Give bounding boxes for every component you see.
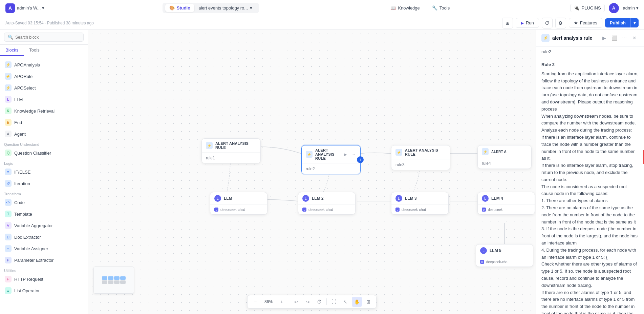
llm2-model-icon: D [302,208,306,212]
llm5-header: L LLM 5 [476,244,533,257]
preview-button[interactable]: ⊞ [502,18,513,28]
panel-expand-btn[interactable]: ⬜ [610,34,618,42]
pointer-button[interactable]: ↖ [340,297,350,307]
code-icon: </> [5,199,12,206]
sidebar-item-doc-extractor[interactable]: D Doc Extractor [0,231,88,243]
history-button[interactable]: ⏱ [314,297,324,307]
parameter-extractor-icon: P [5,257,12,263]
http-request-label: HTTP Request [14,277,43,282]
llm4-body: D deepseek- [478,205,535,214]
sidebar-item-end[interactable]: E End [0,117,88,128]
sidebar-item-llm[interactable]: L LLM [0,94,88,105]
select-button[interactable]: ⊞ [363,297,373,307]
features-button[interactable]: ★ Features [569,18,602,28]
zoom-out-button[interactable]: − [250,297,260,307]
sidebar-item-question-classifier[interactable]: Q Question Classifier [0,147,88,159]
agent-label: Agent [14,132,26,137]
sidebar-item-variable-aggregator[interactable]: V Variable Aggregator [0,220,88,231]
workflow-name[interactable]: alert events topology ro... ▾ [194,4,256,12]
plugins-label: PLUGINS [581,5,601,11]
undo-button[interactable]: ↩ [291,297,301,307]
node-rule2-body: rule2 [302,163,360,174]
rule1-icon: ⚡ [206,142,213,149]
node-llm2[interactable]: L LLM 2 D deepseek-chat [298,192,356,215]
tab-tools[interactable]: Tools [24,45,45,56]
auto-saved-text: Auto-Saved 03:15:54 · Published 38 minut… [5,21,94,25]
run-button[interactable]: ▶ Run [516,18,539,28]
node-rule3[interactable]: ⚡ ALERT ANALYSIS RULE rule3 [391,145,450,170]
rule3-icon: ⚡ [395,149,402,156]
sidebar-item-aposelect[interactable]: ⚡ APOSelect [0,82,88,94]
sidebar-item-iteration[interactable]: ↺ Iteration [0,178,88,189]
panel-more-btn[interactable]: ⋯ [620,34,628,42]
llm4-model-icon: D [482,208,486,212]
aporule-label: APORule [14,74,33,79]
node-llm4[interactable]: L LLM 4 D deepseek- [477,192,535,215]
studio-tab[interactable]: 🎨 Studio [165,4,194,12]
nav-knowledge[interactable]: 📖 Knowledge [388,4,422,12]
llm2-model: D deepseek-chat [302,208,351,212]
sidebar-item-variable-assigner[interactable]: ↔ Variable Assigner [0,243,88,254]
panel-play-btn[interactable]: ▶ [600,34,608,42]
sidebar-item-list-operator[interactable]: ≡ List Operator [0,285,88,296]
user-menu[interactable]: admin ▾ [623,5,639,11]
sidebar-item-apoanalysis[interactable]: ⚡ APOAnalysis [0,59,88,71]
rule2-title: ALERT ANALYSIS RULE [315,148,340,160]
llm4-model-text: deepseek- [488,208,504,212]
settings-button[interactable]: ⚙ [555,18,566,28]
tab-blocks[interactable]: Blocks [0,45,24,56]
node-llm5[interactable]: L LLM 5 D deepseek-cha [476,244,533,267]
hand-button[interactable]: ✋ [352,297,362,307]
zoom-in-button[interactable]: + [277,297,287,307]
sidebar-item-parameter-extractor[interactable]: P Parameter Extractor [0,254,88,266]
llm3-model-text: deepseek-chat [402,208,426,212]
node-rule3-body: rule3 [391,159,450,170]
llm2-body: D deepseek-chat [298,205,355,214]
mini-map-content [94,267,134,293]
category-question: Question Understand [0,141,88,147]
llm3-body: D deepseek-chat [391,205,448,214]
right-panel: ⚡ alert analysis rule ▶ ⬜ ⋯ ✕ rule2 Rule… [536,30,644,314]
rule2-play-btn[interactable]: ▶ [343,151,349,157]
plugins-icon: 🔌 [574,5,579,11]
workspace-selector[interactable]: admin's W... ▾ [17,5,44,11]
apoanalysis-label: APOAnalysis [14,62,40,67]
tools-icon: 🔧 [432,5,437,11]
plugins-button[interactable]: 🔌 PLUGINS [570,4,604,12]
nav-tools[interactable]: 🔧 Tools [429,4,452,12]
node-rule1[interactable]: ⚡ ALERT ANALYSIS RULE rule1 [201,138,261,163]
timer-button[interactable]: ⏱ [542,18,553,28]
panel-close-btn[interactable]: ✕ [630,34,639,42]
sidebar-item-template[interactable]: T Template [0,208,88,220]
canvas[interactable]: ⚡ ALERT ANALYSIS RULE rule1 ⚡ ALERT ANAL… [88,30,536,314]
zoom-level: 86% [262,299,275,304]
rule4-icon: ⚡ [482,148,489,155]
mini-map-nodes [99,274,128,287]
llm5-model-icon: D [480,260,484,264]
sidebar-item-ifelse[interactable]: ≡ IF/ELSE [0,166,88,178]
llm5-model: D deepseek-cha [480,260,529,264]
sidebar-item-http-request[interactable]: H HTTP Request [0,273,88,285]
template-label: Template [14,212,32,217]
publish-button[interactable]: Publish ▾ [605,18,639,27]
llm3-icon: L [395,195,402,202]
rule4-title: ALERT A [491,150,527,154]
node-rule4-header: ⚡ ALERT A [478,145,531,158]
fit-view-button[interactable]: ⛶ [329,297,339,307]
rule2-more-btn[interactable]: ⋯ [350,151,356,157]
node-rule2[interactable]: ⚡ ALERT ANALYSIS RULE ▶ ⋯ rule2 + [301,145,361,174]
node-rule4[interactable]: ⚡ ALERT A rule4 [477,145,532,169]
search-input[interactable] [15,35,80,40]
sidebar-item-aporule[interactable]: ⚡ APORule [0,71,88,82]
http-request-icon: H [5,276,12,282]
panel-rule-content: Starting from the application interface … [541,71,639,314]
redo-button[interactable]: ↪ [303,297,313,307]
publish-chevron[interactable]: ▾ [630,18,639,27]
sidebar-item-agent[interactable]: A Agent [0,128,88,140]
node-llm1[interactable]: L LLM D deepseek-chat [210,192,267,215]
node-llm3[interactable]: L LLM 3 D deepseek-chat [391,192,449,215]
rule2-add-btn[interactable]: + [357,156,364,163]
sidebar-item-code[interactable]: </> Code [0,197,88,208]
sidebar-item-knowledge-retrieval[interactable]: K Knowledge Retrieval [0,105,88,117]
llm1-icon: L [214,195,221,202]
